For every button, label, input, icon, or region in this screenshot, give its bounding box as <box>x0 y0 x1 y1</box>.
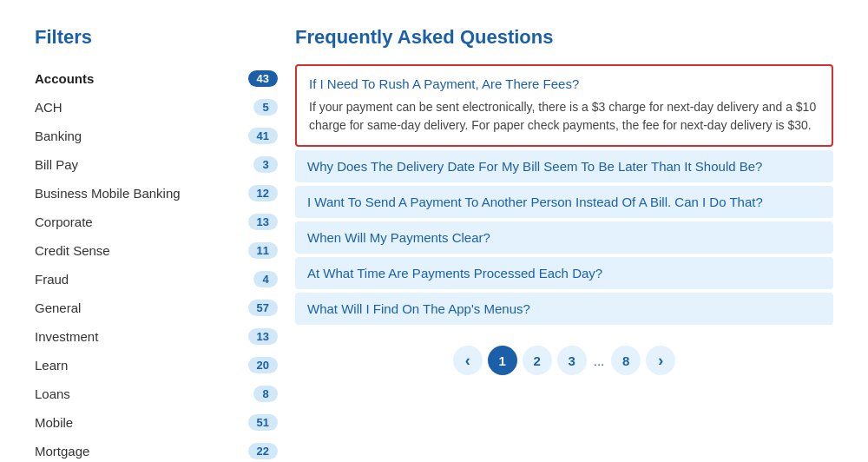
faq-item-q5[interactable]: At What Time Are Payments Processed Each… <box>295 257 833 289</box>
faq-item-q2[interactable]: Why Does The Delivery Date For My Bill S… <box>295 150 833 182</box>
filter-item-investment[interactable]: Investment13 <box>35 322 278 351</box>
filter-badge-bill-pay: 3 <box>253 156 278 173</box>
filter-item-ach[interactable]: ACH5 <box>35 93 278 122</box>
filter-badge-ach: 5 <box>253 99 278 116</box>
filter-item-mobile[interactable]: Mobile51 <box>35 408 278 437</box>
filter-badge-fraud: 4 <box>253 271 278 287</box>
filter-badge-accounts: 43 <box>248 70 278 87</box>
pagination-next[interactable]: › <box>646 346 675 375</box>
filter-badge-mortgage: 22 <box>248 443 278 459</box>
pagination-prev[interactable]: ‹ <box>453 346 483 375</box>
filter-label-mortgage: Mortgage <box>35 444 89 459</box>
faq-item-q4[interactable]: When Will My Payments Clear? <box>295 221 833 254</box>
filter-label-corporate: Corporate <box>35 214 93 229</box>
filter-item-banking[interactable]: Banking41 <box>35 122 278 150</box>
faq-item-q1[interactable]: If I Need To Rush A Payment, Are There F… <box>295 64 833 147</box>
filters-title: Filters <box>35 26 278 49</box>
filter-label-credit-sense: Credit Sense <box>35 243 110 258</box>
filter-list: Accounts43ACH5Banking41Bill Pay3Business… <box>35 64 278 462</box>
filter-item-business-mobile-banking[interactable]: Business Mobile Banking12 <box>35 179 278 208</box>
filter-item-accounts[interactable]: Accounts43 <box>35 64 278 93</box>
faq-title: Frequently Asked Questions <box>295 26 833 49</box>
filter-label-fraud: Fraud <box>35 272 69 287</box>
pagination-page-3[interactable]: 3 <box>557 346 587 375</box>
faq-answer-q1: If your payment can be sent electronical… <box>309 98 819 135</box>
filter-badge-loans: 8 <box>253 386 278 402</box>
filter-label-general: General <box>35 300 81 315</box>
filter-item-general[interactable]: General57 <box>35 294 278 322</box>
filter-badge-general: 57 <box>248 300 278 316</box>
filter-badge-business-mobile-banking: 12 <box>248 185 278 201</box>
filter-label-bill-pay: Bill Pay <box>35 157 78 172</box>
filter-label-investment: Investment <box>35 329 98 344</box>
filter-badge-learn: 20 <box>248 357 278 373</box>
filter-item-corporate[interactable]: Corporate13 <box>35 208 278 236</box>
filter-item-fraud[interactable]: Fraud4 <box>35 265 278 294</box>
filter-badge-credit-sense: 11 <box>248 242 278 259</box>
filter-item-mortgage[interactable]: Mortgage22 <box>35 437 278 462</box>
faq-list: If I Need To Rush A Payment, Are There F… <box>295 64 833 325</box>
faq-item-q3[interactable]: I Want To Send A Payment To Another Pers… <box>295 186 833 218</box>
filter-label-mobile: Mobile <box>35 415 73 430</box>
faq-item-q6[interactable]: What Will I Find On The App's Menus? <box>295 293 833 325</box>
filter-label-banking: Banking <box>35 129 82 143</box>
faq-question-q6: What Will I Find On The App's Menus? <box>307 301 821 316</box>
pagination: ‹123...8› <box>295 346 833 375</box>
filter-item-loans[interactable]: Loans8 <box>35 380 278 408</box>
filter-badge-banking: 41 <box>248 128 278 144</box>
filter-label-loans: Loans <box>35 386 70 401</box>
pagination-page-8[interactable]: 8 <box>611 346 641 375</box>
faq-question-q5: At What Time Are Payments Processed Each… <box>307 266 821 280</box>
filter-item-bill-pay[interactable]: Bill Pay3 <box>35 150 278 179</box>
filter-item-learn[interactable]: Learn20 <box>35 351 278 380</box>
filter-label-ach: ACH <box>35 100 62 115</box>
filter-label-learn: Learn <box>35 358 68 373</box>
faq-question-q1: If I Need To Rush A Payment, Are There F… <box>309 76 819 91</box>
filter-badge-mobile: 51 <box>248 414 278 431</box>
filter-label-business-mobile-banking: Business Mobile Banking <box>35 186 181 201</box>
pagination-page-2[interactable]: 2 <box>523 346 552 375</box>
faq-question-q3: I Want To Send A Payment To Another Pers… <box>307 195 821 209</box>
pagination-page-1[interactable]: 1 <box>488 346 517 375</box>
faq-section: Frequently Asked Questions If I Need To … <box>295 26 833 462</box>
faq-question-q4: When Will My Payments Clear? <box>307 230 821 245</box>
filter-badge-corporate: 13 <box>248 214 278 230</box>
filter-label-accounts: Accounts <box>35 71 94 86</box>
filters-sidebar: Filters Accounts43ACH5Banking41Bill Pay3… <box>35 26 295 462</box>
pagination-dots: ... <box>592 353 607 368</box>
filter-item-credit-sense[interactable]: Credit Sense11 <box>35 236 278 265</box>
filter-badge-investment: 13 <box>248 328 278 345</box>
faq-question-q2: Why Does The Delivery Date For My Bill S… <box>307 159 821 174</box>
